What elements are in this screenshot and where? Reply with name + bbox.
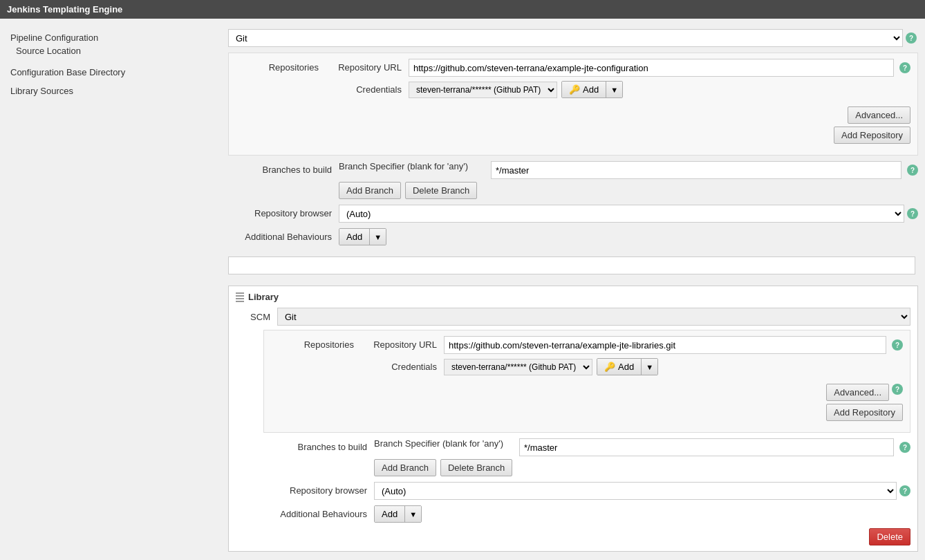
lib-additional-behaviours-label: Additional Behaviours — [263, 505, 374, 519]
source-type-help-icon[interactable]: ? — [906, 32, 917, 44]
add-behaviour-split-button[interactable]: Add ▼ — [339, 228, 386, 245]
branch-specifier-help-icon[interactable]: ? — [907, 165, 918, 176]
lib-add-branch-button[interactable]: Add Branch — [374, 459, 436, 476]
lib-repo-browser-help-icon[interactable]: ? — [899, 485, 910, 496]
add-credentials-main-button[interactable]: 🔑Add — [562, 82, 606, 97]
lib-delete-branch-button[interactable]: Delete Branch — [440, 459, 512, 476]
add-repository-button[interactable]: Add Repository — [834, 127, 910, 144]
lib-add-behaviour-arrow-button[interactable]: ▼ — [405, 506, 421, 522]
credentials-select[interactable]: steven-terrana/****** (Github PAT) — [409, 82, 557, 98]
add-branch-button[interactable]: Add Branch — [339, 182, 401, 199]
lib-add-repository-button[interactable]: Add Repository — [826, 404, 903, 421]
app-title: Jenkins Templating Engine — [7, 4, 122, 15]
repo-url-help-icon[interactable]: ? — [899, 62, 910, 73]
repo-browser-select[interactable]: (Auto) — [339, 205, 904, 223]
library-sources-label: Library Sources — [10, 86, 211, 96]
lib-add-credentials-main-button[interactable]: 🔑Add — [597, 359, 642, 375]
source-type-select[interactable]: Git — [228, 29, 903, 47]
library-label: Library — [248, 292, 279, 302]
lib-repo-browser-select[interactable]: (Auto) — [374, 482, 897, 500]
repo-browser-help-icon[interactable]: ? — [907, 208, 918, 219]
lib-advanced-help-icon[interactable]: ? — [892, 384, 903, 395]
lib-add-credentials-arrow-button[interactable]: ▼ — [642, 359, 657, 375]
drag-handle-icon[interactable] — [236, 292, 244, 302]
branch-specifier-input[interactable]: */master — [491, 161, 901, 179]
source-location-label: Source Location — [16, 46, 211, 56]
add-credentials-arrow-button[interactable]: ▼ — [606, 82, 622, 97]
delete-branch-button[interactable]: Delete Branch — [405, 182, 477, 199]
additional-behaviours-label: Additional Behaviours — [228, 228, 339, 242]
scm-select[interactable]: Git — [277, 308, 910, 326]
lib-branches-to-build-label: Branches to build — [263, 438, 374, 452]
config-base-dir-input[interactable] — [228, 256, 915, 274]
lib-repo-url-help-icon[interactable]: ? — [892, 339, 903, 351]
lib-delete-button[interactable]: Delete — [869, 528, 910, 545]
lib-branch-specifier-help-icon[interactable]: ? — [899, 442, 910, 453]
lib-add-behaviour-split-button[interactable]: Add ▼ — [374, 505, 422, 523]
repo-url-label: Repository URL — [326, 59, 409, 73]
config-base-dir-label: Configuration Base Directory — [10, 67, 211, 77]
lib-repo-url-input[interactable]: https://github.com/steven-terrana/exampl… — [444, 336, 886, 354]
scm-label: SCM — [236, 312, 277, 322]
lib-advanced-button[interactable]: Advanced... — [826, 384, 889, 401]
lib-credentials-select[interactable]: steven-terrana/****** (Github PAT) — [444, 359, 592, 375]
lib-repositories-label: Repositories — [271, 336, 361, 350]
lib-add-credentials-split-button[interactable]: 🔑Add ▼ — [597, 358, 658, 375]
repositories-section-label: Repositories — [236, 59, 326, 73]
repo-url-input[interactable]: https://github.com/steven-terrana/exampl… — [409, 59, 894, 77]
branch-specifier-label: Branch Specifier (blank for 'any') — [339, 161, 468, 171]
advanced-button[interactable]: Advanced... — [848, 106, 910, 124]
lib-credentials-label: Credentials — [361, 358, 444, 372]
credentials-label: Credentials — [326, 81, 409, 95]
lib-branch-specifier-input[interactable]: */master — [519, 438, 894, 456]
add-behaviour-main-button[interactable]: Add — [339, 229, 370, 245]
lib-branch-specifier-label: Branch Specifier (blank for 'any') — [374, 438, 503, 449]
lib-repo-browser-label: Repository browser — [263, 482, 374, 496]
pipeline-config-label: Pipeline Configuration — [10, 32, 211, 43]
add-behaviour-arrow-button[interactable]: ▼ — [370, 229, 386, 245]
lib-repo-url-label: Repository URL — [361, 336, 444, 350]
title-bar: Jenkins Templating Engine — [0, 0, 925, 19]
branches-to-build-label: Branches to build — [228, 161, 339, 175]
repo-browser-label: Repository browser — [228, 205, 339, 218]
lib-add-behaviour-main-button[interactable]: Add — [375, 506, 405, 522]
add-credentials-split-button[interactable]: 🔑Add ▼ — [561, 81, 623, 98]
